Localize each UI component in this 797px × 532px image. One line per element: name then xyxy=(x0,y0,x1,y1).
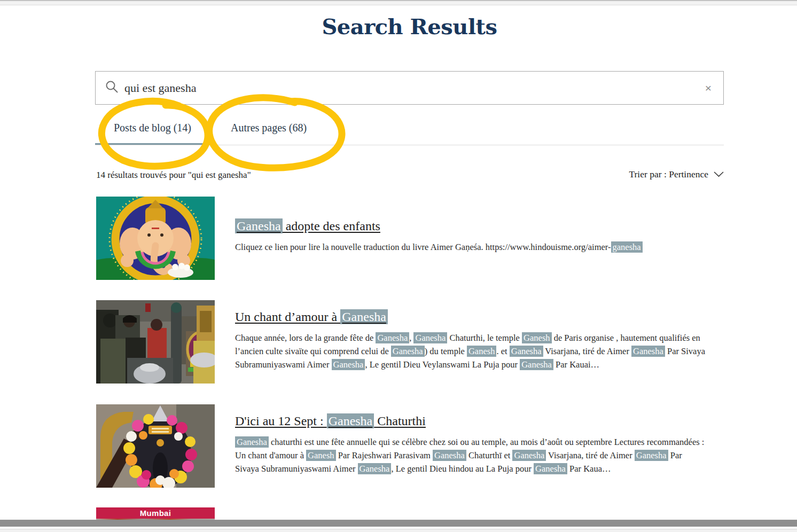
search-results-page: Search Results × Posts de blog (14) Autr… xyxy=(0,0,797,532)
result-description: Chaque année, lors de la grande fête de … xyxy=(235,331,705,371)
results-count: 14 résultats trouvés pour "qui est ganes… xyxy=(96,170,251,181)
window-bottom-edge xyxy=(0,529,797,532)
search-bar: × xyxy=(95,71,724,105)
chevron-down-icon xyxy=(714,169,724,180)
browser-chrome-strip xyxy=(0,0,797,5)
result-title-link[interactable]: Un chant d’amour à Ganesha xyxy=(235,309,388,324)
sort-dropdown[interactable]: Trier par : Pertinence xyxy=(629,169,724,180)
result-description: Cliquez ce lien pour lire la nouvelle tr… xyxy=(235,240,705,254)
tab-posts-de-blog[interactable]: Posts de blog (14) xyxy=(114,122,191,134)
results-tabs: Posts de blog (14) Autres pages (68) xyxy=(95,122,724,145)
result-thumbnail-temple-scene[interactable] xyxy=(96,300,215,384)
result-thumbnail-ganesha-painting[interactable] xyxy=(96,197,215,280)
result-description: Ganesha chaturthi est une fête annuelle … xyxy=(235,435,705,475)
mumbai-banner-label: Mumbai xyxy=(140,508,171,518)
search-input[interactable] xyxy=(124,77,705,99)
tab-autres-pages[interactable]: Autres pages (68) xyxy=(231,122,307,134)
sort-label: Trier par : Pertinence xyxy=(629,169,708,180)
tabs-divider xyxy=(95,145,724,145)
horizontal-scrollbar[interactable] xyxy=(0,520,797,527)
result-title-link[interactable]: Ganesha adopte des enfants xyxy=(235,218,380,233)
result-title-link[interactable]: D'ici au 12 Sept : Ganesha Chaturthi xyxy=(235,413,426,428)
result-thumbnail-mumbai-banner[interactable]: Mumbai xyxy=(96,507,215,519)
page-title: Search Results xyxy=(95,14,724,39)
clear-search-button[interactable]: × xyxy=(705,82,712,93)
result-thumbnail-flower-statue[interactable] xyxy=(96,404,215,488)
results-meta-row: 14 résultats trouvés pour "qui est ganes… xyxy=(96,169,724,183)
search-icon xyxy=(105,80,119,96)
